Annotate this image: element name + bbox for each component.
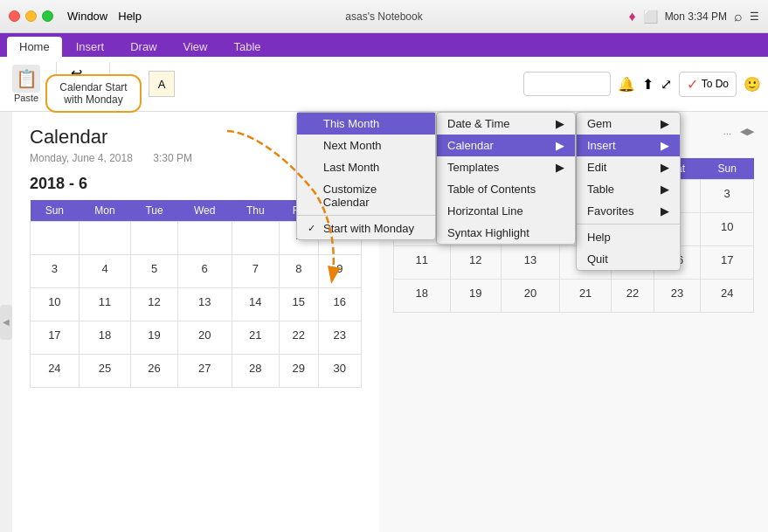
todo-button[interactable]: ✓ To Do [679,72,737,97]
help-menu[interactable]: Help [118,10,142,23]
tab-table[interactable]: Table [222,37,273,57]
cal-left-cell[interactable]: 28 [232,355,279,388]
menu-this-month[interactable]: This Month [297,113,435,135]
menu-quit[interactable]: Quit [577,248,680,270]
menu-gem[interactable]: Gem ▶ [577,113,680,135]
cal-left-cell[interactable]: 30 [318,355,361,388]
window-menu[interactable]: Window [67,10,107,23]
cal-right-cell[interactable]: 19 [450,280,501,313]
cal-right-cell[interactable]: 11 [394,246,451,280]
menu-toc[interactable]: Table of Contents [437,178,575,200]
cal-left-cell[interactable]: 13 [177,288,232,321]
cal-left-cell[interactable]: 19 [131,321,178,355]
cal-left-cell[interactable]: 20 [177,321,232,355]
cal-right-cell[interactable]: 22 [612,280,654,313]
menu-icon[interactable]: ☰ [750,10,759,23]
minimize-button[interactable] [25,10,37,22]
menu-customize-cal[interactable]: Customize Calendar [297,178,435,213]
cal-more-icon[interactable]: ... [723,126,731,137]
cal-left-cell[interactable]: 16 [318,288,361,321]
menu-insert-item[interactable]: Insert ▶ [577,135,680,156]
cal-left-cell[interactable]: 11 [79,288,131,321]
cal-left-cell[interactable]: 3 [31,255,80,288]
cal-left-cell[interactable]: 26 [131,355,178,388]
cal-left-cell[interactable]: 17 [31,321,80,355]
highlight-button[interactable]: A [149,71,175,97]
search-icon[interactable]: ⌕ [734,9,743,24]
search-field[interactable] [523,72,611,96]
smiley-icon[interactable]: 🙂 [744,76,761,93]
menu-favorites[interactable]: Favorites ▶ [577,200,680,222]
cal-left-cell[interactable] [79,222,131,255]
customize-cal-label: Customize Calendar [323,183,425,209]
menu-templates[interactable]: Templates ▶ [437,156,575,178]
menu-edit[interactable]: Edit ▶ [577,156,680,178]
cal-right-cell[interactable]: 13 [501,246,559,280]
cal-right-cell[interactable]: 12 [450,246,501,280]
cal-left-cell[interactable]: 9 [318,255,361,288]
cal-left-cell[interactable]: 15 [280,288,319,321]
cal-left-cell[interactable]: 8 [280,255,319,288]
close-button[interactable] [9,10,20,22]
menu-table[interactable]: Table ▶ [577,178,680,200]
menu-datetime[interactable]: Date & Time ▶ [437,113,575,135]
cal-left-cell[interactable]: 5 [131,255,178,288]
start-monday-check: ✓ [308,223,320,234]
tab-home[interactable]: Home [7,37,62,57]
maximize-button[interactable] [42,10,53,22]
menu-help[interactable]: Help [577,226,680,248]
cal-left-cell[interactable] [31,222,80,255]
cal-right-cell[interactable]: 10 [701,213,754,246]
cal-right-cell[interactable]: 17 [701,246,754,280]
cal-left-cell[interactable]: 7 [232,255,279,288]
share-icon[interactable]: ⬆ [642,76,654,93]
cal-left-cell[interactable]: 4 [79,255,131,288]
cal-right-cell[interactable]: 20 [501,280,559,313]
cal-right-cell[interactable]: 23 [654,280,701,313]
menu-templates-arrow: ▶ [556,161,564,174]
tab-insert[interactable]: Insert [64,37,117,57]
cal-right-cell[interactable]: 3 [701,180,754,213]
start-monday-label: Start with Monday [323,222,414,235]
cal-left-cell[interactable]: 25 [79,355,131,388]
cal-left-cell[interactable]: 14 [232,288,279,321]
menu-syntax[interactable]: Syntax Highlight [437,222,575,244]
cal-right-cell[interactable]: 24 [701,280,754,313]
expand-icon[interactable]: ⤢ [661,76,672,93]
cal-left-cell[interactable] [177,222,232,255]
cal-collapse-icon[interactable]: ◀▶ [740,126,754,137]
cal-left-cell[interactable]: 12 [131,288,178,321]
cal-left-cell[interactable]: 24 [31,355,80,388]
menu-hline[interactable]: Horizontal Line [437,200,575,222]
menu-insert-sub[interactable]: Date & Time ▶ Calendar ▶ Templates ▶ Tab… [436,112,576,245]
cal-left-cell[interactable]: 6 [177,255,232,288]
cal-left-cell[interactable]: 18 [79,321,131,355]
cal-left-header-sun: Sun [31,200,80,222]
resize-handle[interactable]: ◀ [0,305,12,340]
cal-left-cell[interactable] [131,222,178,255]
menu-start-monday[interactable]: ✓ Start with Monday [297,218,435,239]
cal-left-cell[interactable]: 29 [280,355,319,388]
notification-icon[interactable]: 🔔 [618,76,635,93]
tab-draw[interactable]: Draw [118,37,169,57]
menu-insert[interactable]: Gem ▶ Insert ▶ Edit ▶ Table ▶ Favorites … [576,112,681,271]
cal-left-cell[interactable]: 21 [232,321,279,355]
menu-datetime-arrow: ▶ [556,117,564,130]
menu-edit-label: Edit [587,161,606,174]
cal-left-cell[interactable] [232,222,279,255]
menu-calendar[interactable]: Calendar ▶ [437,135,575,156]
highlight-icon: A [158,78,166,91]
cal-left-cell[interactable]: 23 [318,321,361,355]
screen-share-icon[interactable]: ⬜ [643,10,658,24]
cal-left-cell[interactable]: 10 [31,288,80,321]
menu-calendar-sub[interactable]: This Month Next Month Last Month Customi… [296,112,436,240]
tab-view[interactable]: View [171,37,220,57]
menu-last-month[interactable]: Last Month [297,156,435,178]
cal-right-cell[interactable]: 18 [394,280,451,313]
cal-left-cell[interactable]: 22 [280,321,319,355]
cal-right-cell[interactable]: 21 [560,280,612,313]
cal-left-cell[interactable]: 27 [177,355,232,388]
menu-favorites-label: Favorites [587,204,633,218]
menu-next-month[interactable]: Next Month [297,135,435,156]
paste-button[interactable]: 📋 Paste [7,63,45,105]
